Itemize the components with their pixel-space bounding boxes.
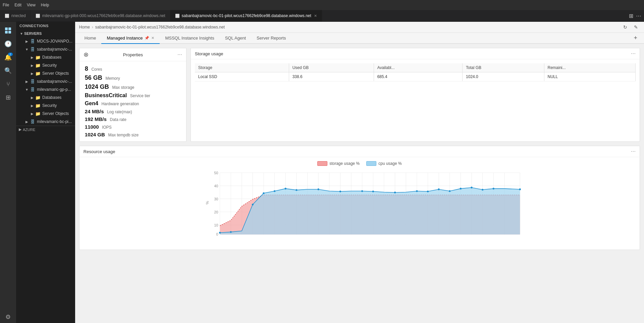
legend-cpu-label: cpu usage %	[378, 161, 401, 166]
svg-text:08:39: 08:39	[216, 236, 224, 236]
conn-tab-close-button[interactable]: ✕	[314, 14, 317, 18]
sidebar-icon-git[interactable]: ⑂	[2, 78, 14, 90]
tab-server-reports[interactable]: Server Reports	[251, 33, 291, 44]
breadcrumb-home[interactable]: Home	[79, 25, 90, 29]
prop-servicetier-value: BusinessCritical	[85, 92, 127, 98]
sidebar-tree: CONNECTIONS ▼ SERVERS ▶ 🗄 MDCS-JOVANPO..…	[16, 22, 75, 323]
layout-toggle-icon[interactable]: ⊞	[629, 13, 633, 19]
tab-sql-agent[interactable]: SQL Agent	[220, 33, 251, 44]
folder-databases-1-arrow: ▶	[30, 55, 35, 60]
refresh-button[interactable]: ↻	[621, 24, 629, 30]
folder-databases-1[interactable]: ▶ 📁 Databases	[16, 53, 75, 61]
svg-text:08:41: 08:41	[227, 236, 235, 236]
content-area: Home › sabanbajramovic-bc-01-pilot.wcus1…	[75, 22, 644, 323]
add-tab-button[interactable]: +	[631, 33, 640, 43]
svg-text:50: 50	[214, 171, 218, 175]
svg-rect-2	[5, 31, 8, 34]
folder-security-2[interactable]: ▶ 📁 Security	[16, 102, 75, 110]
folder-server-objects-1[interactable]: ▶ 📁 Server Objects	[16, 69, 75, 77]
resource-more-button[interactable]: ⋯	[631, 149, 636, 154]
conn-tab-sabanbajramovic[interactable]: ⬜ sabanbajramovic-bc-01-pilot.wcus17662f…	[170, 10, 322, 21]
resource-usage-card: Resource usage ⋯ storage usage % cpu usa…	[79, 146, 640, 250]
folder-server-objects-1-icon: 📁	[35, 70, 41, 76]
svg-text:09:07: 09:07	[369, 236, 377, 236]
prop-hwgen-value: Gen4	[85, 101, 98, 106]
properties-card: ⊗ Properties ⋯ 8 Cores 56 GB Memory	[79, 48, 186, 142]
connection-tab-bar: ⬜ nnected ⬜ milevamaric-gp-pilot-000.wcu…	[0, 10, 644, 22]
menu-bar: File Edit View Help	[0, 0, 644, 10]
folder-server-objects-2[interactable]: ▶ 📁 Server Objects	[16, 110, 75, 118]
edit-button[interactable]: ✎	[632, 24, 640, 30]
folder-databases-2-arrow: ▶	[30, 95, 35, 100]
svg-rect-1	[8, 27, 11, 30]
sidebar-icon-logo[interactable]	[2, 24, 14, 37]
prop-lograte: 24 MB/s Log rate(max)	[85, 109, 181, 114]
cell-remaining: NULL	[544, 72, 636, 81]
folder-security-1-label: Security	[42, 63, 57, 68]
conn-tab-disconnected[interactable]: ⬜ nnected	[0, 10, 31, 21]
sidebar-icon-history[interactable]: 🕐	[2, 38, 14, 50]
prop-cores: 8 Cores	[85, 65, 181, 72]
tab-managed-instance-pin-icon[interactable]: 📌	[145, 36, 149, 40]
tab-sql-agent-label: SQL Agent	[225, 36, 246, 41]
sidebar-icon-notifications[interactable]: 🔔 2	[2, 51, 14, 63]
svg-text:09:09: 09:09	[380, 236, 388, 236]
server-mileva-bc-label: milevamaric-bc-pi...	[37, 119, 72, 124]
svg-point-61	[438, 188, 439, 190]
svg-point-48	[230, 231, 231, 233]
sidebar-icon-extensions[interactable]: ⊞	[2, 91, 14, 104]
prop-maxtempdb-value: 1024 GB	[85, 132, 105, 137]
more-options-icon[interactable]: ⋯	[636, 13, 641, 19]
server-mdcs-arrow: ▶	[24, 39, 30, 44]
server-mileva-bc[interactable]: ▶ 🗄 milevamaric-bc-pi...	[16, 118, 75, 126]
tab-mssql-insights[interactable]: MSSQL Instance Insights	[160, 33, 219, 44]
chart-wrapper: 50 40 30 20 10 0 %	[85, 169, 634, 246]
folder-databases-2[interactable]: ▶ 📁 Databases	[16, 93, 75, 102]
svg-text:08:53: 08:53	[292, 236, 301, 236]
folder-security-1[interactable]: ▶ 📁 Security	[16, 61, 75, 69]
server-mdcs-jovanpo[interactable]: ▶ 🗄 MDCS-JOVANPO...	[16, 37, 75, 45]
menu-help[interactable]: Help	[41, 3, 49, 7]
svg-point-67	[519, 188, 521, 190]
svg-rect-0	[5, 27, 8, 30]
storage-card-header: Storage usage ⋯	[191, 48, 640, 59]
menu-view[interactable]: View	[27, 3, 36, 7]
prop-datarate-label: Data rate	[110, 117, 126, 122]
conn-tab-milevamaric[interactable]: ⬜ milevamaric-gp-pilot-000.wcus17662feb9…	[31, 10, 170, 21]
col-remaining: Remaini...	[544, 63, 636, 72]
server-mileva-gp-arrow: ▼	[24, 87, 30, 92]
tab-home[interactable]: Home	[79, 33, 102, 44]
menu-file[interactable]: File	[3, 3, 9, 7]
server-saban[interactable]: ▼ 🗄 sabanbajramovic-...	[16, 45, 75, 53]
tab-managed-instance-close-icon[interactable]: ✕	[151, 36, 154, 40]
cell-total-gb: 1024.0	[463, 72, 544, 81]
storage-more-button[interactable]: ⋯	[631, 51, 636, 56]
svg-text:30: 30	[214, 197, 218, 201]
sidebar-icon-settings[interactable]: ⚙	[2, 311, 14, 323]
folder-security-1-icon: 📁	[35, 62, 41, 68]
properties-card-header: ⊗ Properties ⋯	[79, 48, 186, 61]
svg-point-66	[492, 188, 494, 189]
svg-text:08:49: 08:49	[271, 236, 279, 236]
svg-point-59	[416, 190, 418, 192]
tab-managed-instance[interactable]: Managed Instance 📌 ✕	[101, 33, 160, 44]
folder-security-2-icon: 📁	[35, 103, 41, 109]
svg-point-52	[284, 188, 286, 189]
sidebar-icon-search[interactable]: 🔍	[2, 65, 14, 77]
server-mileva-bc-arrow: ▶	[24, 119, 30, 124]
azure-section[interactable]: ▶ AZURE	[16, 126, 75, 133]
properties-grid: 8 Cores 56 GB Memory 1024 GB Max storage	[79, 61, 186, 141]
server-mileva-gp[interactable]: ▼ 🗄 milevamaric-gp-p...	[16, 85, 75, 93]
resource-title: Resource usage	[84, 149, 115, 154]
menu-edit[interactable]: Edit	[14, 3, 21, 7]
prop-memory-label: Memory	[105, 76, 120, 81]
server-saban-2[interactable]: ▶ 🗄 sabanbajramovic-...	[16, 77, 75, 85]
server-saban-icon: 🗄	[30, 46, 36, 52]
server-mdcs-icon: 🗄	[30, 38, 36, 44]
svg-text:09:33: 09:33	[516, 236, 524, 236]
properties-more-button[interactable]: ⋯	[177, 52, 182, 57]
svg-text:09:29: 09:29	[489, 236, 497, 236]
folder-server-objects-2-arrow: ▶	[30, 111, 35, 116]
svg-text:09:31: 09:31	[500, 236, 508, 236]
folder-security-2-arrow: ▶	[30, 103, 35, 108]
